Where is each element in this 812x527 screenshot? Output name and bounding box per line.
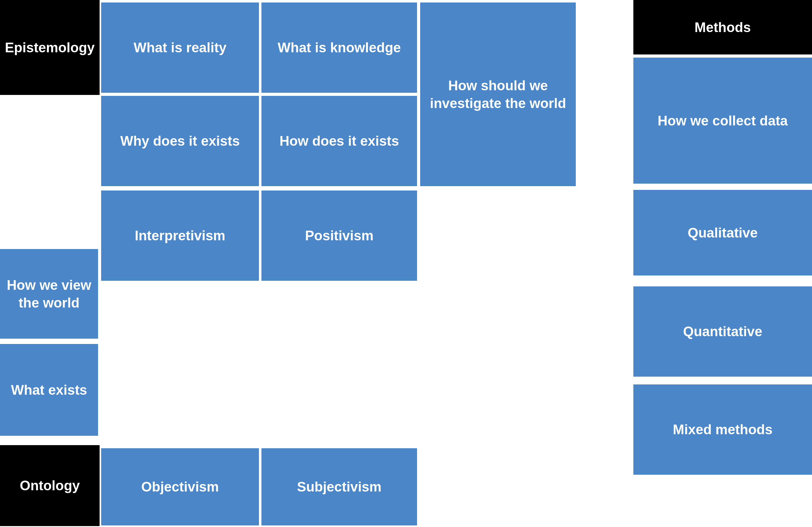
objectivism-box: Objectivism [101, 448, 259, 525]
ontology-label: Ontology [0, 445, 100, 526]
methods-label: Methods [633, 0, 812, 55]
epistemology-label: Epistemology [0, 0, 100, 95]
diagram-container: Epistemology Methods What is reality Wha… [0, 0, 812, 527]
how-we-collect-box: How we collect data [633, 58, 812, 184]
what-is-knowledge-box: What is knowledge [261, 2, 417, 93]
how-we-view-box: How we view the world [0, 249, 98, 339]
what-is-reality-box: What is reality [101, 2, 259, 93]
subjectivism-box: Subjectivism [261, 448, 417, 525]
why-does-it-exists-box: Why does it exists [101, 96, 259, 186]
how-does-it-exists-box: How does it exists [261, 96, 417, 186]
how-should-we-box: How should we investigate the world [420, 2, 576, 186]
qualitative-box: Qualitative [633, 190, 812, 275]
what-exists-box: What exists [0, 344, 98, 436]
quantitative-box: Quantitative [633, 286, 812, 377]
mixed-methods-box: Mixed methods [633, 384, 812, 475]
interpretivism-box: Interpretivism [101, 190, 259, 281]
positivism-box: Positivism [261, 190, 417, 281]
